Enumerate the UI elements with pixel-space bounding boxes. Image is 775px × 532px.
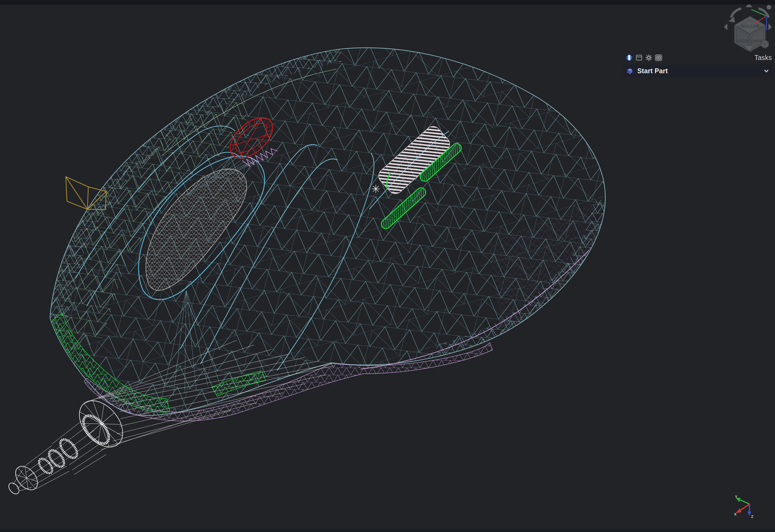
right-panel: Tasks Start Part	[624, 53, 773, 77]
bottom-bar	[0, 529, 775, 532]
axis-triad: Y X Z	[734, 495, 753, 519]
x-axis-label: X	[734, 512, 737, 516]
viewport-canvas[interactable]: BOTTOM RIGHT FRONT	[0, 0, 775, 532]
isometric-cube-button[interactable]	[761, 40, 769, 48]
outliner-item-start-part[interactable]: Start Part	[624, 65, 773, 77]
sheets-filter-icon[interactable]	[635, 54, 643, 62]
y-axis-arrow	[740, 500, 750, 504]
part-cube-icon	[626, 67, 634, 75]
bodies-filter-icon[interactable]	[625, 54, 633, 62]
chevron-down-icon[interactable]	[763, 68, 770, 74]
z-axis-arrow	[749, 504, 750, 512]
turn-left-arrow[interactable]	[724, 23, 727, 30]
outliner-item-label: Start Part	[637, 67, 668, 75]
top-bar	[0, 0, 775, 5]
vertex-star	[372, 185, 380, 193]
app-window: BOTTOM RIGHT FRONT	[0, 0, 775, 532]
turn-right-arrow[interactable]	[768, 23, 772, 30]
navcube-label-top: BOTTOM	[741, 24, 759, 29]
y-axis-label: Y	[735, 495, 738, 499]
x-axis-arrow	[741, 504, 750, 510]
navigation-cube[interactable]: BOTTOM RIGHT FRONT	[724, 3, 772, 52]
mouse-mesh[interactable]	[7, 35, 621, 496]
navcube-label-left: RIGHT	[735, 39, 749, 44]
home-sphere-button[interactable]	[767, 5, 771, 10]
rotate-ccw-arrow[interactable]	[731, 9, 741, 18]
visibility-eye-icon[interactable]	[655, 54, 663, 62]
z-axis-label: Z	[751, 514, 753, 519]
panel-toolbar: Tasks	[624, 53, 773, 63]
settings-gear-icon[interactable]	[645, 54, 653, 62]
tasks-panel-label: Tasks	[755, 54, 772, 62]
